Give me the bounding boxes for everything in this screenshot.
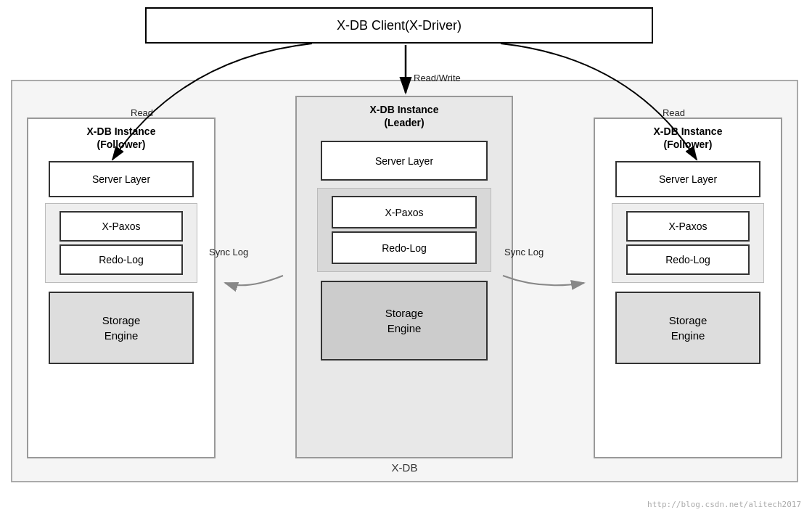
- instance-follower-right: X-DB Instance(Follower) Server Layer X-P…: [594, 118, 782, 458]
- follower-right-consensus-box: X-Paxos Redo-Log: [612, 203, 764, 283]
- leader-consensus-box: X-Paxos Redo-Log: [317, 188, 491, 272]
- read-left-label: Read: [131, 107, 153, 118]
- leader-storage: StorageEngine: [321, 281, 488, 360]
- readwrite-label: Read/Write: [414, 73, 461, 83]
- instance-leader: X-DB Instance(Leader) Server Layer X-Pax…: [295, 96, 513, 458]
- client-label: X-DB Client(X-Driver): [337, 18, 462, 33]
- synclog-left-label: Sync Log: [209, 247, 248, 258]
- follower-left-storage: StorageEngine: [49, 292, 194, 364]
- follower-left-server-layer: Server Layer: [49, 161, 194, 197]
- leader-server-layer: Server Layer: [321, 141, 488, 181]
- watermark: http://blog.csdn.net/alitech2017: [647, 500, 801, 509]
- follower-right-storage: StorageEngine: [615, 292, 760, 364]
- read-right-label: Read: [663, 107, 685, 118]
- leader-redolog: Redo-Log: [332, 231, 477, 264]
- leader-title: X-DB Instance(Leader): [297, 97, 512, 133]
- follower-right-title: X-DB Instance(Follower): [595, 119, 781, 155]
- client-box: X-DB Client(X-Driver): [145, 7, 653, 44]
- main-container: X-DB Client(X-Driver) X-DB Instance(Foll…: [0, 0, 812, 515]
- xdb-label: X-DB: [392, 461, 418, 474]
- follower-right-redolog: Redo-Log: [626, 244, 750, 275]
- follower-right-xpaxos: X-Paxos: [626, 211, 750, 242]
- follower-left-consensus-box: X-Paxos Redo-Log: [45, 203, 197, 283]
- leader-xpaxos: X-Paxos: [332, 196, 477, 228]
- follower-left-redolog: Redo-Log: [60, 244, 183, 275]
- instance-follower-left: X-DB Instance(Follower) Server Layer X-P…: [27, 118, 216, 458]
- follower-right-server-layer: Server Layer: [615, 161, 760, 197]
- synclog-right-label: Sync Log: [504, 247, 544, 258]
- follower-left-title: X-DB Instance(Follower): [28, 119, 214, 155]
- xdb-outer-box: X-DB Instance(Follower) Server Layer X-P…: [11, 80, 798, 482]
- follower-left-xpaxos: X-Paxos: [60, 211, 183, 242]
